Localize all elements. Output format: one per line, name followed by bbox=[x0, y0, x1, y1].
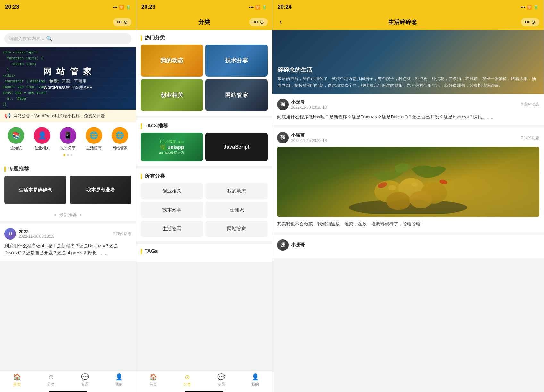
tags-list-section: TAGs bbox=[136, 244, 272, 262]
cat-label-泛知识: 泛知识 bbox=[10, 145, 22, 151]
food-image-overlay bbox=[277, 147, 539, 217]
post-header-1: U 2022- 2022-11-30 03:28:18 # 我的动态 bbox=[4, 228, 131, 240]
detail-post-time-2: 2022-11-25 23:30:18 bbox=[291, 138, 327, 143]
all-cats-section: 所有分类 创业相关 我的动态 技术分享 泛知识 生活随写 bbox=[136, 168, 272, 241]
detail-post-header-2: 强 小强哥 2022-11-25 23:30:18 # 我的动态 bbox=[277, 132, 539, 143]
featured-card-2[interactable]: 我本是创业者 bbox=[70, 176, 131, 204]
search-icon: 🔍 bbox=[46, 36, 53, 42]
all-cat-创业相关[interactable]: 创业相关 bbox=[141, 183, 203, 199]
all-cat-网站管家[interactable]: 网站管家 bbox=[205, 221, 268, 237]
detail-post-1[interactable]: 强 小强哥 2022-11-30 03:28:18 # 我的动态 到底用什么程序… bbox=[272, 94, 544, 125]
tab-bar-1: 🏠 首页 ⊙ 分类 💬 专题 👤 我的 bbox=[0, 370, 136, 389]
hot-card-创业相关[interactable]: 创业相关 bbox=[141, 79, 203, 111]
status-bar-3: 20:24 ▪▪▪ 🛜 🔋 bbox=[272, 0, 544, 14]
search-placeholder-text: 请输入搜索内容... bbox=[9, 36, 44, 42]
hot-card-label-1: 我的动态 bbox=[160, 57, 183, 64]
post-user-info-1: 2022- 2022-11-30 03:28:18 bbox=[19, 229, 54, 239]
battery-icon-2: 🔋 bbox=[262, 5, 267, 10]
detail-post-3[interactable]: 强 小强哥 bbox=[272, 235, 544, 258]
cat-icon-生活随写: 🌐 bbox=[86, 127, 102, 144]
detail-user-info-3: 小强哥 bbox=[291, 242, 305, 248]
tab-mine-2[interactable]: 👤 我的 bbox=[238, 373, 272, 387]
hero-desc: WordPress后台管理APP bbox=[43, 85, 93, 91]
detail-content: 碎碎念的生活 最后的最后，等自己退休了，就找个地方盖几间房子，有个院子，种点菜，… bbox=[272, 30, 544, 392]
dot-1 bbox=[63, 154, 65, 156]
nav-title-3: 生活碎碎念 bbox=[388, 18, 417, 26]
featured-header: 专题推荐 bbox=[0, 161, 136, 176]
cat-label-创业相关: 创业相关 bbox=[34, 145, 50, 151]
nav-menu-btn-1[interactable]: ••• ⊙ bbox=[113, 18, 131, 26]
section-title-featured: 专题推荐 bbox=[8, 166, 29, 172]
tag-card-uniapp[interactable]: Hi, 小程序, app 🌿 uniapp uni-app多端开发 bbox=[141, 133, 203, 161]
nav-menu-btn-2[interactable]: ••• ⊙ bbox=[249, 18, 268, 26]
detail-post-content-1: 到底用什么程序做bbs呢？是新程序？还是Discuz x？还是DiscuzQ？还… bbox=[277, 113, 539, 120]
tab-category-label-1: 分类 bbox=[47, 382, 55, 387]
hot-card-技术分享[interactable]: 技术分享 bbox=[205, 45, 268, 77]
hero-title-block: 网 站 管 家 免费、开源、可商用 WordPress后台管理APP bbox=[43, 66, 93, 91]
hot-header: 热门分类 bbox=[136, 30, 272, 45]
section-bar-tags bbox=[141, 123, 142, 129]
all-cat-技术分享[interactable]: 技术分享 bbox=[141, 202, 203, 218]
detail-username-2: 小强哥 bbox=[291, 133, 327, 138]
target-icon-3: ⊙ bbox=[531, 20, 535, 25]
cat-label-技术分享: 技术分享 bbox=[60, 145, 76, 151]
detail-post-time-1: 2022-11-30 03:28:18 bbox=[291, 105, 327, 110]
newest-text: 最新推荐 bbox=[59, 212, 77, 218]
detail-username-3: 小强哥 bbox=[291, 242, 305, 248]
hot-card-label-3: 创业相关 bbox=[160, 91, 183, 99]
tags-header: TAGs推荐 bbox=[136, 118, 272, 133]
status-icons-3: ▪▪▪ 🛜 🔋 bbox=[521, 5, 539, 10]
home-icon-1: 🏠 bbox=[13, 373, 21, 381]
cat-icon-泛知识: 📚 bbox=[8, 127, 24, 144]
tab-category-1[interactable]: ⊙ 分类 bbox=[34, 373, 68, 387]
detail-avatar-3: 强 bbox=[277, 239, 289, 251]
post-item-1[interactable]: U 2022- 2022-11-30 03:28:18 # 我的动态 到底用什么… bbox=[0, 224, 136, 261]
tab-home-1[interactable]: 🏠 首页 bbox=[0, 373, 34, 387]
post-tag-1: # 我的动态 bbox=[113, 231, 131, 237]
tab-topic-1[interactable]: 💬 专题 bbox=[68, 373, 102, 387]
tab-home-2[interactable]: 🏠 首页 bbox=[136, 373, 170, 387]
all-cat-label-3: 技术分享 bbox=[162, 207, 181, 212]
mine-icon-1: 👤 bbox=[115, 373, 123, 381]
all-cat-泛知识[interactable]: 泛知识 bbox=[205, 202, 268, 218]
detail-post-2[interactable]: 强 小强哥 2022-11-25 23:30:18 # 我的动态 bbox=[272, 127, 544, 232]
detail-post-header-1: 强 小强哥 2022-11-30 03:28:18 # 我的动态 bbox=[277, 99, 539, 110]
all-cat-label-6: 网站管家 bbox=[227, 226, 246, 231]
dot-3 bbox=[71, 154, 72, 156]
detail-post-header-3: 强 小强哥 bbox=[277, 239, 539, 251]
section-bar-featured bbox=[4, 166, 6, 172]
section-title-tags-bottom: TAGs bbox=[145, 249, 158, 254]
cat-泛知识[interactable]: 📚 泛知识 bbox=[8, 127, 24, 151]
tag-card-javascript[interactable]: JavaScript bbox=[205, 133, 268, 161]
hero-banner[interactable]: <div class="app"> function init() { retu… bbox=[0, 47, 136, 110]
target-icon-1: ⊙ bbox=[124, 20, 128, 25]
featured-card-1[interactable]: 生活本是碎碎念 bbox=[4, 176, 66, 204]
nav-menu-btn-3[interactable]: ••• ⊙ bbox=[521, 18, 539, 26]
panel-categories: 20:23 ▪▪▪ 🛜 🔋 分类 ••• ⊙ 热门分类 我的动态 bbox=[136, 0, 272, 392]
tab-mine-1[interactable]: 👤 我的 bbox=[102, 373, 136, 387]
hot-card-我的动态[interactable]: 我的动态 bbox=[141, 45, 203, 77]
cat-生活随写[interactable]: 🌐 生活随写 bbox=[86, 127, 102, 151]
back-button[interactable]: ‹ bbox=[277, 16, 284, 28]
cat-label-网站管家: 网站管家 bbox=[112, 145, 128, 151]
tab-category-2[interactable]: ⊙ 分类 bbox=[170, 373, 204, 387]
cat-技术分享[interactable]: 📱 技术分享 bbox=[60, 127, 76, 151]
hot-card-网站管家[interactable]: 网站管家 bbox=[205, 79, 268, 111]
tab-topic-2[interactable]: 💬 专题 bbox=[204, 373, 238, 387]
notice-icon: 📢 bbox=[4, 113, 11, 119]
post-content-1: 到底用什么程序做bbs呢？是新程序？还是Discuz x？还是DiscuzQ？还… bbox=[4, 242, 131, 257]
cat-icon-网站管家: 🌐 bbox=[112, 127, 128, 144]
tab-home-label-1: 首页 bbox=[13, 382, 21, 387]
cat-网站管家[interactable]: 🌐 网站管家 bbox=[112, 127, 128, 151]
cat-label-生活随写: 生活随写 bbox=[86, 145, 102, 151]
all-cats-grid: 创业相关 我的动态 技术分享 泛知识 生活随写 网站管家 bbox=[136, 183, 272, 241]
cat-创业相关[interactable]: 👤 创业相关 bbox=[34, 127, 50, 151]
all-cat-我的动态[interactable]: 我的动态 bbox=[205, 183, 268, 199]
post-user-1: U 2022- 2022-11-30 03:28:18 bbox=[4, 228, 54, 240]
all-cat-生活随写[interactable]: 生活随写 bbox=[141, 221, 203, 237]
search-wrap[interactable]: 请输入搜索内容... 🔍 bbox=[4, 33, 131, 44]
bottom-line-2 bbox=[185, 391, 223, 392]
all-cat-label-4: 泛知识 bbox=[230, 207, 244, 212]
detail-post-user-2: 强 小强哥 2022-11-25 23:30:18 bbox=[277, 132, 327, 143]
all-cat-label-1: 创业相关 bbox=[162, 188, 181, 193]
